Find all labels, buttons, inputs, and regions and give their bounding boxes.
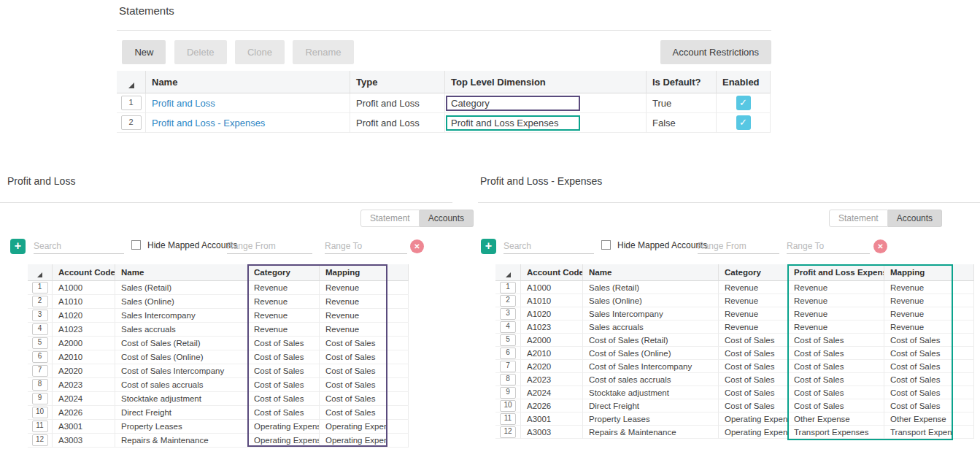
empty-cell xyxy=(387,378,409,392)
account-cell: Cost of Sales xyxy=(248,350,320,364)
row-number[interactable]: 11 xyxy=(500,413,516,425)
account-cell: Property Leases xyxy=(115,420,248,434)
row-number[interactable]: 2 xyxy=(121,115,142,130)
account-cell: A2026 xyxy=(521,399,583,412)
table-header-row: Account Code▲NameCategoryMapping xyxy=(28,264,409,281)
row-number[interactable]: 12 xyxy=(500,426,516,438)
row-number[interactable]: 7 xyxy=(500,361,516,372)
search-input[interactable] xyxy=(503,239,594,254)
column-header-category[interactable]: Category xyxy=(719,264,788,281)
statements-table: NameTypeTop Level DimensionIs Default?En… xyxy=(117,71,771,133)
tab-statement[interactable]: Statement xyxy=(360,210,420,227)
row-number[interactable]: 9 xyxy=(500,387,516,399)
tab-accounts[interactable]: Accounts xyxy=(420,210,474,227)
table-row: 1Profit and LossProfit and LossCategoryT… xyxy=(117,93,771,113)
range-to-input[interactable] xyxy=(787,239,870,254)
statement-name-link[interactable]: Profit and Loss xyxy=(152,98,215,109)
row-number[interactable]: 11 xyxy=(32,421,48,432)
search-input[interactable] xyxy=(34,239,124,254)
column-header-mapping[interactable]: Mapping xyxy=(884,264,952,281)
column-header-mapping[interactable]: Mapping xyxy=(320,264,387,281)
column-header-account-code[interactable]: Account Code▲ xyxy=(53,264,115,281)
empty-cell xyxy=(952,399,974,412)
enabled-checkbox[interactable]: ✓ xyxy=(736,96,751,110)
row-number[interactable]: 2 xyxy=(32,296,48,307)
account-cell: Revenue xyxy=(248,309,320,323)
top-level-dimension-cell: Category xyxy=(445,93,647,113)
account-cell: A2024 xyxy=(53,392,115,406)
row-number[interactable]: 10 xyxy=(500,400,516,412)
range-to-input[interactable] xyxy=(325,239,407,254)
row-number[interactable]: 1 xyxy=(500,282,516,293)
row-number[interactable]: 3 xyxy=(32,310,48,321)
column-header-category[interactable]: Category xyxy=(248,264,320,281)
row-number[interactable]: 8 xyxy=(500,374,516,385)
row-number[interactable]: 12 xyxy=(32,434,48,446)
account-restrictions-button[interactable]: Account Restrictions xyxy=(660,40,772,64)
range-from-input[interactable] xyxy=(227,239,312,254)
dimension-highlight-box: Category xyxy=(446,96,580,111)
divider xyxy=(478,202,980,203)
empty-cell xyxy=(952,321,974,334)
row-number[interactable]: 9 xyxy=(32,393,48,404)
account-cell: Revenue xyxy=(248,323,320,337)
empty-cell xyxy=(952,294,974,307)
row-number[interactable]: 6 xyxy=(32,351,48,363)
empty-cell xyxy=(387,392,409,406)
tab-statement[interactable]: Statement xyxy=(829,210,888,227)
add-account-button[interactable]: + xyxy=(481,239,496,254)
row-number[interactable]: 8 xyxy=(32,379,48,391)
new-button[interactable]: New xyxy=(122,40,166,64)
view-tabs: Statement Accounts xyxy=(829,210,942,227)
statement-name-link[interactable]: Profit and Loss - Expenses xyxy=(152,118,265,128)
row-number[interactable]: 4 xyxy=(32,323,48,335)
empty-cell xyxy=(387,434,409,448)
select-all-header[interactable] xyxy=(495,264,521,281)
account-cell: Revenue xyxy=(788,321,884,334)
column-header-type[interactable]: Type xyxy=(350,71,445,93)
enabled-checkbox[interactable]: ✓ xyxy=(736,115,751,130)
row-number[interactable]: 7 xyxy=(32,365,48,377)
account-cell: Sales Intercompany xyxy=(583,307,719,321)
enabled-cell: ✓ xyxy=(717,113,771,133)
account-cell: Direct Freight xyxy=(583,399,719,412)
row-number[interactable]: 3 xyxy=(500,308,516,320)
clear-filters-icon[interactable]: ✕ xyxy=(873,239,887,253)
hide-mapped-checkbox[interactable] xyxy=(601,240,611,250)
row-number[interactable]: 1 xyxy=(32,282,48,293)
account-cell: Revenue xyxy=(884,307,952,321)
column-header-enabled[interactable]: Enabled xyxy=(717,71,771,93)
account-cell: Cost of Sales xyxy=(884,386,952,399)
account-cell: Operating Expenses xyxy=(320,434,387,448)
column-header-profit-and-loss-expenses[interactable]: Profit and Loss Expenses xyxy=(788,264,884,281)
account-cell: Cost of Sales xyxy=(788,347,884,360)
hide-mapped-checkbox[interactable] xyxy=(131,240,141,250)
range-from-input[interactable] xyxy=(698,239,779,254)
column-header-name[interactable]: Name xyxy=(146,71,350,93)
column-header-account-code[interactable]: Account Code▲ xyxy=(521,264,583,281)
clear-filters-icon[interactable]: ✕ xyxy=(410,239,424,253)
account-cell: Sales accruals xyxy=(583,321,719,334)
statement-type-cell: Profit and Loss xyxy=(350,113,445,133)
top-level-dimension-cell: Profit and Loss Expenses xyxy=(445,113,647,133)
column-header-name[interactable]: Name xyxy=(583,264,719,281)
select-all-header[interactable] xyxy=(117,71,146,93)
row-number[interactable]: 10 xyxy=(32,407,48,418)
column-header-is-default-[interactable]: Is Default? xyxy=(647,71,717,93)
account-cell: Revenue xyxy=(788,307,884,321)
empty-cell xyxy=(952,307,974,321)
select-all-header[interactable] xyxy=(28,264,53,281)
row-number[interactable]: 5 xyxy=(32,337,48,349)
account-cell: A2010 xyxy=(521,347,583,360)
row-number[interactable]: 4 xyxy=(500,321,516,333)
row-number[interactable]: 5 xyxy=(500,334,516,346)
row-number[interactable]: 1 xyxy=(121,96,142,110)
column-header-name[interactable]: Name xyxy=(115,264,248,281)
tab-accounts[interactable]: Accounts xyxy=(888,210,942,227)
row-number[interactable]: 2 xyxy=(500,295,516,307)
hide-mapped-label: Hide Mapped Accounts xyxy=(617,240,707,250)
column-header-top-level-dimension[interactable]: Top Level Dimension xyxy=(445,71,647,93)
account-cell: Direct Freight xyxy=(115,406,248,420)
row-number[interactable]: 6 xyxy=(500,348,516,359)
add-account-button[interactable]: + xyxy=(10,239,26,254)
